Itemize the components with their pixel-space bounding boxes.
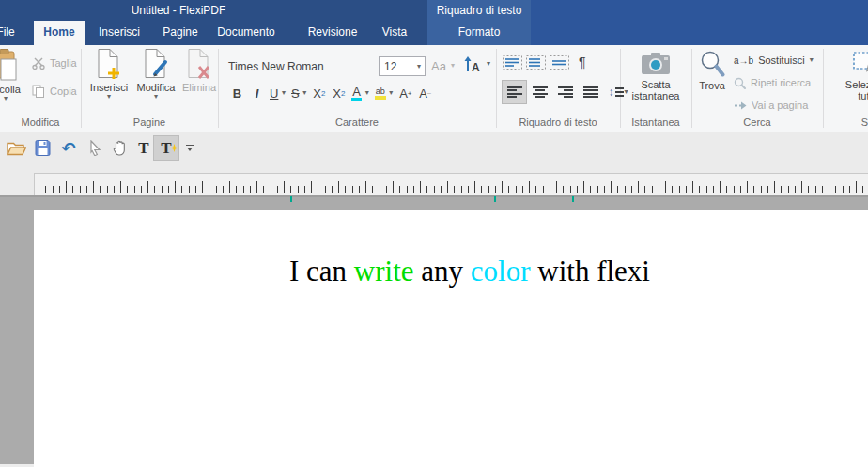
tab-file[interactable]: File: [0, 21, 30, 45]
ribbon: Incolla ▾ Taglia Copia: [0, 45, 868, 132]
align-right-button[interactable]: [553, 81, 577, 103]
font-name-combobox[interactable]: Times New Roman: [228, 57, 341, 76]
ruler-tick: [325, 186, 326, 193]
document-text-line[interactable]: I can write any color with flexi: [289, 255, 650, 288]
align-left-button[interactable]: [503, 81, 526, 103]
ruler-tick: [236, 186, 237, 193]
ruler-tick: [134, 186, 135, 193]
document-canvas[interactable]: I can write any color with flexi: [0, 197, 868, 467]
justify-button[interactable]: [579, 81, 602, 103]
pilcrow-icon[interactable]: ¶: [579, 54, 586, 70]
ruler-tick: [679, 186, 680, 193]
align-center-icon: [533, 86, 548, 98]
edit-page-button[interactable]: Modifica ▾: [133, 48, 178, 118]
ruler-tick: [154, 186, 155, 193]
dropdown-arrow-icon: ▾: [4, 95, 8, 102]
ruler-tick: [815, 186, 816, 193]
fit-both-icon[interactable]: [550, 55, 569, 70]
fit-frame-icon[interactable]: [526, 55, 546, 70]
ruler-tick: [393, 181, 394, 193]
replace-button[interactable]: a→b Sostituisci ▾: [734, 51, 814, 70]
alignment-row: ↕ ▾: [503, 81, 632, 103]
delete-page-button[interactable]: Elimina: [179, 48, 219, 118]
ruler-tick: [332, 186, 333, 193]
shrink-font-button[interactable]: A−: [415, 82, 435, 104]
doc-text-segment: I can: [289, 255, 354, 288]
goto-page-button[interactable]: Vai a pagina: [734, 96, 814, 115]
insert-page-button[interactable]: Inserisci ▾: [86, 48, 132, 118]
text-edit-tool[interactable]: T: [154, 136, 178, 160]
hand-tool[interactable]: [107, 136, 132, 160]
find-options-column: a→b Sostituisci ▾ Ripeti ricerca: [734, 51, 814, 115]
tab-formato[interactable]: Formato: [427, 21, 531, 45]
ruler-tick: [407, 186, 408, 193]
ruler-tick: [788, 186, 789, 193]
underline-button[interactable]: U ▾: [267, 82, 288, 104]
fit-text-icon[interactable]: [503, 55, 522, 70]
ruler-tick: [181, 186, 182, 193]
snapshot-button[interactable]: Scatta istantanea: [626, 48, 686, 118]
bold-button[interactable]: B: [227, 82, 247, 104]
change-case-button[interactable]: Aa ▾: [431, 56, 455, 75]
ruler-tick: [856, 181, 857, 193]
goto-page-icon: [734, 101, 747, 110]
ruler-tick: [318, 186, 318, 193]
strikethrough-button[interactable]: S ▾: [288, 82, 309, 104]
grow-font-button[interactable]: A+: [395, 82, 415, 104]
find-button[interactable]: Trova: [694, 48, 730, 118]
ruler-tick: [726, 186, 727, 193]
ruler-tick: [434, 186, 435, 193]
select-all-button[interactable]: Seleziona tutto: [827, 48, 868, 118]
ruler-tick: [495, 186, 496, 193]
superscript-button[interactable]: X2: [329, 82, 349, 104]
ruler-tick: [781, 186, 782, 193]
subscript-button[interactable]: X2: [309, 82, 329, 104]
save-button[interactable]: [30, 136, 54, 160]
contextual-group-title: Riquadro di testo: [427, 0, 531, 21]
tab-vista[interactable]: Vista: [372, 21, 417, 45]
tab-documento[interactable]: Documento: [214, 21, 278, 45]
ruler-tick: [652, 186, 653, 193]
open-folder-icon: [7, 141, 26, 156]
ruler-ticks: [35, 174, 868, 195]
ruler-tick: [563, 186, 564, 193]
ruler-tick: [216, 186, 217, 193]
horizontal-ruler[interactable]: [34, 173, 868, 195]
paste-button[interactable]: Incolla ▾: [0, 48, 34, 118]
italic-button[interactable]: I: [247, 82, 267, 104]
font-color-icon: A: [351, 86, 362, 101]
align-center-button[interactable]: [528, 81, 551, 103]
doc-text-segment: any: [414, 255, 471, 288]
ruler-tick: [583, 181, 584, 193]
ruler-tick: [250, 186, 251, 193]
tab-pagine[interactable]: Pagine: [154, 21, 207, 45]
undo-button[interactable]: ↶: [56, 136, 81, 160]
ruler-tick: [734, 186, 735, 193]
select-cursor-tool[interactable]: [83, 136, 107, 160]
ruler-tick: [39, 181, 39, 193]
page-delete-icon: [187, 48, 211, 80]
flexipdf-window: Riquadro di testo Untitled - FlexiPDF Fi…: [0, 0, 868, 467]
tab-revisione[interactable]: Revisione: [302, 21, 363, 45]
change-case-icon: Aa: [431, 59, 446, 73]
ruler-tick: [162, 186, 163, 193]
tab-home[interactable]: Home: [34, 21, 85, 45]
toolbar-overflow-button[interactable]: [182, 136, 197, 160]
text-orientation-button[interactable]: A ▾: [464, 54, 490, 73]
cut-button[interactable]: Taglia: [32, 54, 77, 72]
font-color-button[interactable]: A ▾: [349, 82, 371, 104]
ruler-tick: [481, 186, 482, 193]
repeat-search-button[interactable]: Ripeti ricerca: [734, 73, 814, 92]
ruler-tick: [223, 186, 224, 193]
textbox-fit-row: ¶: [503, 54, 586, 70]
highlight-button[interactable]: ab ▾: [372, 82, 396, 104]
dropdown-arrow-icon: ▾: [487, 60, 490, 68]
open-button[interactable]: [4, 136, 28, 160]
highlight-icon: ab: [375, 87, 386, 100]
ruler-tick: [345, 186, 346, 193]
text-tool[interactable]: T: [132, 136, 156, 160]
font-size-combobox[interactable]: 12 ▾: [379, 56, 426, 76]
copy-button[interactable]: Copia: [32, 82, 77, 101]
pdf-page[interactable]: I can write any color with flexi: [34, 210, 868, 467]
tab-inserisci[interactable]: Inserisci: [92, 21, 147, 45]
